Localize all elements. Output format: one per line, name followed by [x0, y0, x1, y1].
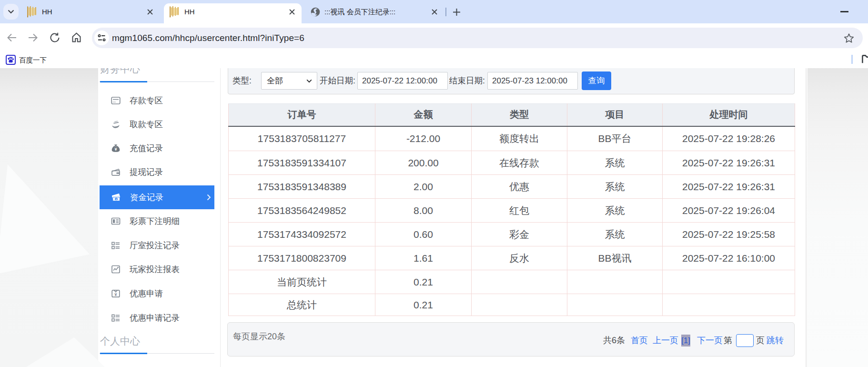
svg-text:¥: ¥ [114, 147, 117, 152]
svg-text:¥: ¥ [114, 292, 117, 297]
